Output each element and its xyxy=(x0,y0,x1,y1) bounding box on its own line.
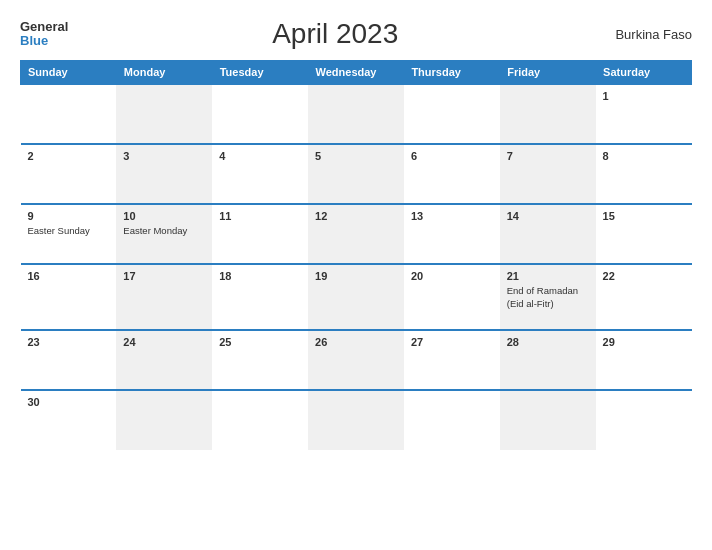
holiday-label: End of Ramadan (Eid al-Fitr) xyxy=(507,285,578,309)
day-number: 27 xyxy=(411,336,493,348)
col-header-saturday: Saturday xyxy=(596,61,692,85)
calendar-cell: 2 xyxy=(21,144,117,204)
calendar-cell: 20 xyxy=(404,264,500,330)
day-number: 21 xyxy=(507,270,589,282)
calendar-cell: 22 xyxy=(596,264,692,330)
calendar-cell xyxy=(308,390,404,450)
calendar-cell xyxy=(116,390,212,450)
day-number: 20 xyxy=(411,270,493,282)
day-number: 10 xyxy=(123,210,205,222)
day-number: 28 xyxy=(507,336,589,348)
calendar-page: General Blue April 2023 Burkina Faso Sun… xyxy=(0,0,712,550)
logo-blue-text: Blue xyxy=(20,34,48,48)
holiday-label: Easter Sunday xyxy=(28,225,90,236)
calendar-cell: 3 xyxy=(116,144,212,204)
calendar-cell: 29 xyxy=(596,330,692,390)
day-number: 14 xyxy=(507,210,589,222)
logo: General Blue xyxy=(20,20,68,49)
calendar-cell: 27 xyxy=(404,330,500,390)
calendar-cell: 18 xyxy=(212,264,308,330)
calendar-cell: 14 xyxy=(500,204,596,264)
calendar-cell: 13 xyxy=(404,204,500,264)
col-header-sunday: Sunday xyxy=(21,61,117,85)
calendar-cell: 6 xyxy=(404,144,500,204)
calendar-cell: 17 xyxy=(116,264,212,330)
day-number: 26 xyxy=(315,336,397,348)
day-number: 24 xyxy=(123,336,205,348)
day-number: 25 xyxy=(219,336,301,348)
col-header-tuesday: Tuesday xyxy=(212,61,308,85)
holiday-label: Easter Monday xyxy=(123,225,187,236)
calendar-title: April 2023 xyxy=(68,18,602,50)
day-number: 7 xyxy=(507,150,589,162)
calendar-cell: 12 xyxy=(308,204,404,264)
calendar-cell: 24 xyxy=(116,330,212,390)
calendar-table: SundayMondayTuesdayWednesdayThursdayFrid… xyxy=(20,60,692,450)
calendar-cell: 10Easter Monday xyxy=(116,204,212,264)
calendar-cell xyxy=(596,390,692,450)
day-number: 16 xyxy=(28,270,110,282)
calendar-cell xyxy=(212,390,308,450)
day-number: 9 xyxy=(28,210,110,222)
day-number: 17 xyxy=(123,270,205,282)
day-number: 11 xyxy=(219,210,301,222)
calendar-cell xyxy=(404,390,500,450)
calendar-header-row: SundayMondayTuesdayWednesdayThursdayFrid… xyxy=(21,61,692,85)
day-number: 13 xyxy=(411,210,493,222)
day-number: 2 xyxy=(28,150,110,162)
calendar-cell: 7 xyxy=(500,144,596,204)
calendar-cell: 23 xyxy=(21,330,117,390)
calendar-cell: 25 xyxy=(212,330,308,390)
col-header-friday: Friday xyxy=(500,61,596,85)
calendar-cell: 19 xyxy=(308,264,404,330)
calendar-cell xyxy=(308,84,404,144)
calendar-cell: 9Easter Sunday xyxy=(21,204,117,264)
calendar-week-5: 23242526272829 xyxy=(21,330,692,390)
day-number: 23 xyxy=(28,336,110,348)
calendar-cell: 30 xyxy=(21,390,117,450)
calendar-cell: 26 xyxy=(308,330,404,390)
country-name: Burkina Faso xyxy=(602,27,692,42)
col-header-monday: Monday xyxy=(116,61,212,85)
page-header: General Blue April 2023 Burkina Faso xyxy=(20,18,692,50)
col-header-thursday: Thursday xyxy=(404,61,500,85)
calendar-cell: 21End of Ramadan (Eid al-Fitr) xyxy=(500,264,596,330)
day-number: 12 xyxy=(315,210,397,222)
calendar-cell: 16 xyxy=(21,264,117,330)
day-number: 19 xyxy=(315,270,397,282)
day-number: 22 xyxy=(603,270,685,282)
calendar-week-3: 9Easter Sunday10Easter Monday1112131415 xyxy=(21,204,692,264)
calendar-cell xyxy=(500,84,596,144)
logo-general-text: General xyxy=(20,20,68,34)
calendar-week-2: 2345678 xyxy=(21,144,692,204)
day-number: 30 xyxy=(28,396,110,408)
calendar-cell: 5 xyxy=(308,144,404,204)
calendar-cell: 15 xyxy=(596,204,692,264)
calendar-cell xyxy=(404,84,500,144)
calendar-cell: 8 xyxy=(596,144,692,204)
day-number: 3 xyxy=(123,150,205,162)
calendar-cell: 11 xyxy=(212,204,308,264)
calendar-week-1: 1 xyxy=(21,84,692,144)
day-number: 1 xyxy=(603,90,685,102)
day-number: 5 xyxy=(315,150,397,162)
calendar-cell: 4 xyxy=(212,144,308,204)
day-number: 4 xyxy=(219,150,301,162)
day-number: 29 xyxy=(603,336,685,348)
calendar-week-4: 161718192021End of Ramadan (Eid al-Fitr)… xyxy=(21,264,692,330)
day-number: 6 xyxy=(411,150,493,162)
calendar-cell xyxy=(21,84,117,144)
calendar-cell xyxy=(212,84,308,144)
calendar-cell xyxy=(116,84,212,144)
col-header-wednesday: Wednesday xyxy=(308,61,404,85)
calendar-cell: 1 xyxy=(596,84,692,144)
calendar-week-6: 30 xyxy=(21,390,692,450)
day-number: 15 xyxy=(603,210,685,222)
day-number: 8 xyxy=(603,150,685,162)
calendar-cell xyxy=(500,390,596,450)
calendar-cell: 28 xyxy=(500,330,596,390)
day-number: 18 xyxy=(219,270,301,282)
